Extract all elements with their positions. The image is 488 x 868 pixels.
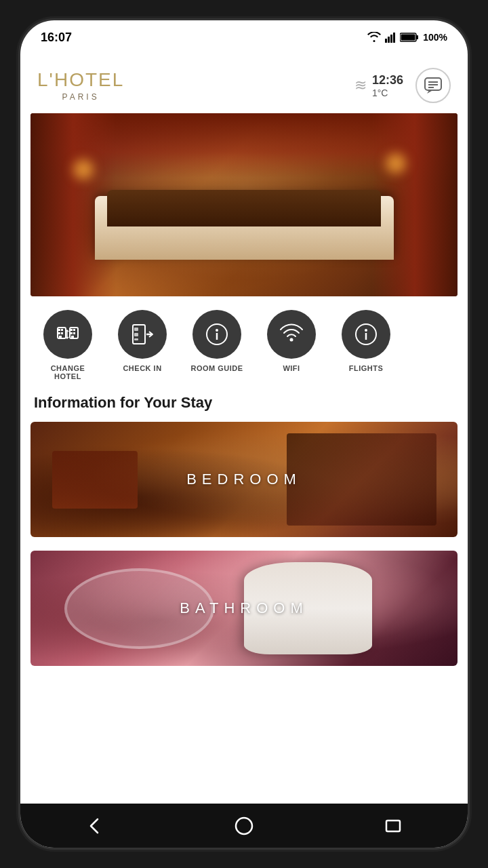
- wifi-label: WIFI: [283, 364, 300, 372]
- chat-button[interactable]: [415, 68, 451, 103]
- home-button[interactable]: [224, 806, 264, 846]
- curtain-left: [30, 113, 116, 296]
- wifi-action-icon: [279, 322, 304, 347]
- chat-icon: [424, 76, 443, 95]
- room-guide-icon-circle: [192, 310, 241, 359]
- time-temp: 12:36 1°C: [372, 73, 403, 98]
- hero-image: [30, 113, 458, 296]
- action-flights[interactable]: FLIGHTS: [329, 310, 403, 380]
- svg-rect-13: [61, 329, 63, 331]
- phone-frame: 16:07 100%: [20, 20, 468, 848]
- back-icon: [85, 816, 104, 835]
- check-in-label: CHECK IN: [123, 364, 161, 372]
- logo-main: L'HOTEL: [37, 69, 124, 91]
- svg-rect-5: [416, 35, 418, 39]
- svg-rect-19: [73, 329, 75, 331]
- action-wifi[interactable]: WIFI: [254, 310, 329, 380]
- check-in-icon: [130, 322, 155, 347]
- bedroom-label: BEDROOM: [186, 471, 302, 488]
- header-time: 12:36: [372, 73, 403, 87]
- svg-rect-20: [70, 332, 73, 334]
- logo-area: L'HOTEL PARIS: [37, 69, 124, 102]
- nav-bar: [20, 804, 468, 848]
- svg-rect-3: [393, 33, 395, 43]
- recents-button[interactable]: [373, 806, 413, 846]
- status-time: 16:07: [41, 31, 72, 45]
- bathroom-card[interactable]: BATHROOM: [30, 551, 458, 666]
- home-icon: [235, 816, 253, 835]
- battery-icon: [400, 32, 419, 43]
- change-hotel-icon-circle: [43, 310, 92, 359]
- action-room-guide[interactable]: ROOM GUIDE: [180, 310, 254, 380]
- action-change-hotel[interactable]: CHANGEHOTEL: [30, 310, 105, 380]
- signal-icon: [385, 32, 396, 43]
- curtain-right: [372, 113, 458, 296]
- svg-rect-2: [390, 35, 392, 43]
- room-guide-icon: [205, 322, 229, 347]
- room-guide-label: ROOM GUIDE: [190, 364, 243, 372]
- wave-icon: ≋: [354, 77, 365, 94]
- svg-rect-15: [61, 332, 63, 334]
- flights-label: FLIGHTS: [349, 364, 384, 372]
- svg-rect-25: [134, 328, 138, 331]
- svg-rect-21: [73, 332, 75, 334]
- status-bar: 16:07 100%: [20, 20, 468, 54]
- info-cards: BEDROOM BATHROOM: [20, 422, 468, 804]
- wifi-icon-circle: [267, 310, 316, 359]
- svg-point-35: [236, 818, 252, 834]
- svg-point-31: [290, 338, 293, 342]
- svg-rect-6: [401, 35, 415, 41]
- svg-rect-12: [58, 329, 60, 331]
- check-in-icon-circle: [118, 310, 167, 359]
- svg-point-33: [365, 329, 367, 332]
- svg-rect-26: [134, 333, 138, 336]
- info-section-title: Information for Your Stay: [34, 394, 454, 412]
- header: L'HOTEL PARIS ≋ 12:36 1°C: [20, 54, 468, 113]
- bedroom-card[interactable]: BEDROOM: [30, 422, 458, 537]
- logo-paris: PARIS: [37, 92, 124, 102]
- header-right: ≋ 12:36 1°C: [354, 68, 451, 103]
- svg-rect-22: [71, 336, 74, 338]
- flights-icon: [354, 322, 378, 347]
- flights-icon-circle: [342, 310, 390, 359]
- action-check-in[interactable]: CHECK IN: [105, 310, 180, 380]
- svg-rect-18: [70, 329, 73, 331]
- bathroom-label: BATHROOM: [180, 599, 308, 617]
- recents-icon: [384, 816, 403, 835]
- svg-rect-14: [58, 332, 60, 334]
- header-temp: 1°C: [372, 87, 388, 98]
- svg-rect-27: [134, 338, 138, 340]
- headboard: [107, 190, 380, 226]
- svg-rect-1: [388, 37, 390, 43]
- screen: L'HOTEL PARIS ≋ 12:36 1°C: [20, 54, 468, 848]
- section-heading: Information for Your Stay: [20, 387, 468, 422]
- svg-point-29: [216, 329, 218, 332]
- status-icons: 100%: [367, 32, 447, 43]
- logo-hotel: HOTEL: [54, 69, 124, 90]
- weather-area: ≋ 12:36 1°C: [354, 73, 403, 98]
- svg-rect-36: [386, 821, 400, 831]
- change-hotel-label: CHANGEHOTEL: [51, 364, 85, 380]
- change-hotel-icon: [56, 322, 80, 347]
- back-button[interactable]: [75, 806, 115, 846]
- logo-l: L': [37, 69, 54, 90]
- battery-text: 100%: [423, 32, 447, 43]
- quick-actions: CHANGEHOTEL CHECK IN: [20, 296, 468, 387]
- lamp-left: [73, 159, 94, 180]
- wifi-status-icon: [367, 32, 381, 43]
- svg-rect-16: [59, 336, 62, 338]
- svg-rect-0: [385, 39, 387, 43]
